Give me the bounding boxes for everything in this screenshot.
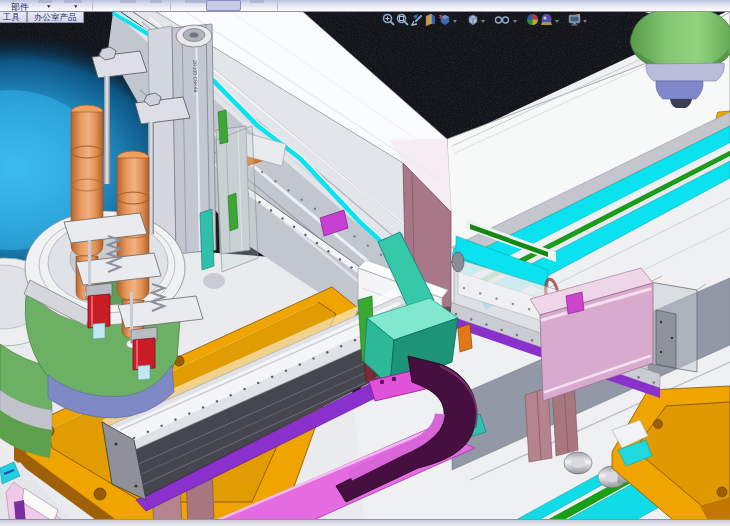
zoom-to-fit-icon[interactable]	[382, 13, 395, 26]
apply-scene-dropdown-icon[interactable]	[554, 13, 561, 26]
cad-application-window: ZR100 CSK46	[0, 0, 730, 526]
status-bar	[0, 519, 730, 526]
commandmanager-tabs: 工具 办公室产品	[0, 12, 84, 23]
toolbar-clipped-fragment	[150, 0, 162, 3]
toolbar-clipped-fragment	[64, 0, 82, 3]
view-settings-dropdown-icon[interactable]	[582, 13, 589, 26]
tab-tools[interactable]: 工具	[0, 12, 27, 23]
command-toolbar[interactable]: 部件 ▾ ▾	[0, 0, 730, 12]
edit-appearance-icon[interactable]	[526, 13, 539, 26]
hide-show-items-icon[interactable]	[494, 13, 511, 26]
toolbar-clipped-fragment	[120, 0, 136, 3]
headsup-view-toolbar	[382, 12, 590, 27]
toolbar-separator	[277, 1, 278, 10]
dropdown-arrow-icon[interactable]: ▾	[47, 3, 51, 9]
display-style-icon[interactable]	[466, 13, 479, 26]
graphics-viewport[interactable]: ZR100 CSK46	[0, 0, 730, 526]
toolbar-clipped-fragment	[185, 0, 207, 3]
view-settings-icon[interactable]	[568, 13, 581, 26]
toolbar-separator	[170, 1, 171, 10]
view-orientation-icon[interactable]	[438, 13, 451, 26]
tower-part-marking: ZR100 CSK46	[192, 60, 199, 93]
hide-show-items-dropdown-icon[interactable]	[512, 13, 519, 26]
toolbar-clipped-fragment	[250, 0, 264, 3]
zoom-to-area-icon[interactable]	[396, 13, 409, 26]
display-style-dropdown-icon[interactable]	[480, 13, 487, 26]
dropdown-arrow-icon[interactable]: ▾	[74, 3, 78, 9]
toolbar-pressed-button[interactable]	[206, 0, 241, 11]
section-view-icon[interactable]	[424, 13, 437, 26]
tab-office-products[interactable]: 办公室产品	[27, 12, 84, 23]
apply-scene-icon[interactable]	[540, 13, 553, 26]
toolbar-separator	[92, 1, 93, 10]
view-orientation-dropdown-icon[interactable]	[452, 13, 459, 26]
previous-view-icon[interactable]	[410, 13, 423, 26]
